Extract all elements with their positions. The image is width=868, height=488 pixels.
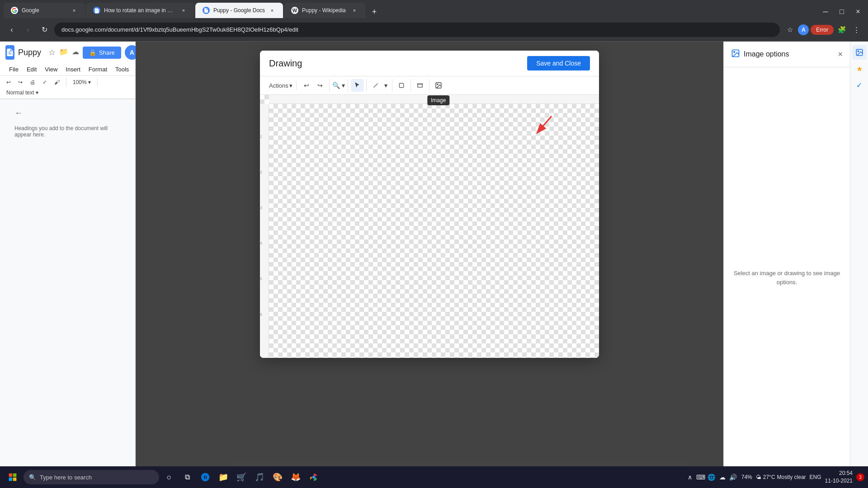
menu-tools[interactable]: Tools: [112, 64, 132, 75]
tab-rotate-close[interactable]: ×: [180, 7, 187, 14]
image-tool-button[interactable]: Image: [432, 79, 445, 92]
panel-close-button[interactable]: ×: [838, 50, 843, 59]
tray-chevron[interactable]: ∧: [685, 473, 694, 482]
address-input[interactable]: [54, 23, 780, 37]
language-indicator[interactable]: ENG: [810, 474, 821, 480]
menu-file[interactable]: File: [5, 64, 22, 75]
actions-dropdown[interactable]: Actions ▾: [265, 80, 297, 91]
settings-icon[interactable]: ⋮: [850, 23, 863, 36]
tab-rotate[interactable]: 📄 How to rotate an image in Goog... ×: [86, 3, 194, 18]
move-doc-icon[interactable]: 📁: [59, 47, 68, 57]
side-icon-image[interactable]: [852, 45, 867, 60]
star-doc-icon[interactable]: ☆: [48, 47, 56, 57]
sidebar-body: ← Headings you add to the document will …: [0, 99, 135, 488]
task-view-icon[interactable]: ⧉: [179, 469, 195, 485]
redo-button[interactable]: ↪: [15, 78, 25, 86]
save-close-button[interactable]: Save and Close: [527, 56, 590, 70]
tab-google-title: Google: [22, 7, 67, 14]
svg-point-15: [312, 476, 316, 479]
svg-rect-11: [9, 474, 13, 477]
ruler-left: 1 2 3 4 5 6: [260, 104, 269, 358]
draw-redo-button[interactable]: ↪: [314, 79, 326, 92]
svg-rect-1: [399, 83, 403, 87]
line-dropdown-button[interactable]: ▾: [383, 79, 389, 92]
image-options-panel: Image options × Select an image or drawi…: [723, 42, 850, 488]
drawing-modal: Drawing Save and Close Actions ▾ ↩: [260, 51, 599, 358]
side-icon-star[interactable]: ★: [852, 61, 867, 76]
zoom-select[interactable]: 100% ▾: [70, 78, 94, 86]
taskbar-right: ∧ ⌨ 🌐 ☁ 🔊 74% 🌤 27°C Mostly clear ENG 20…: [685, 469, 864, 485]
image-tooltip: Image: [427, 95, 449, 105]
weather-icon: 🌤: [756, 474, 761, 480]
panel-body: Select an image or drawing to see image …: [724, 67, 850, 488]
line-tool-button[interactable]: [369, 79, 382, 92]
error-button[interactable]: Error: [811, 25, 834, 35]
paint-format-button[interactable]: 🖌: [52, 78, 62, 86]
formatting-bar: ↩ ↪ 🖨 ✓ 🖌 100% ▾ Normal text ▾: [0, 76, 135, 99]
textbox-tool-button[interactable]: [414, 79, 426, 92]
keyboard-icon[interactable]: ⌨: [696, 473, 705, 482]
docs-menu-bar: File Edit View Insert Format Tools Ac: [0, 63, 135, 76]
undo-button[interactable]: ↩: [4, 78, 14, 86]
search-bar[interactable]: 🔍 Type here to search: [24, 470, 159, 484]
notification-badge[interactable]: 3: [856, 473, 864, 481]
menu-format[interactable]: Format: [85, 64, 111, 75]
menu-insert[interactable]: Insert: [62, 64, 84, 75]
zoom-button[interactable]: 🔍 ▾: [332, 79, 345, 92]
tab-rotate-favicon: 📄: [93, 7, 100, 14]
share-button[interactable]: 🔒 Share: [83, 47, 121, 59]
tab-wiki-close[interactable]: ×: [351, 7, 358, 14]
right-panels: Image options × Select an image or drawi…: [723, 42, 868, 488]
svg-point-8: [734, 52, 735, 53]
menu-view[interactable]: View: [41, 64, 61, 75]
draw-undo-button[interactable]: ↩: [300, 79, 313, 92]
menu-edit[interactable]: Edit: [23, 64, 40, 75]
bookmark-icon[interactable]: ☆: [783, 23, 796, 36]
select-tool-button[interactable]: [351, 79, 363, 92]
cloud-sync-icon[interactable]: ☁: [718, 473, 727, 482]
forward-button[interactable]: ›: [22, 23, 34, 36]
back-arrow[interactable]: ←: [7, 105, 128, 122]
clock[interactable]: 20:54 11-10-2021: [825, 469, 853, 485]
explorer-icon[interactable]: 📁: [215, 469, 231, 485]
svg-rect-12: [13, 474, 17, 477]
panel-header: Image options ×: [724, 42, 850, 67]
edge-icon[interactable]: [197, 469, 213, 485]
cloud-icon[interactable]: ☁: [72, 47, 79, 57]
svg-point-10: [858, 51, 859, 52]
weather-widget[interactable]: 🌤 27°C Mostly clear: [756, 474, 806, 480]
minimize-button[interactable]: ─: [819, 5, 832, 18]
side-icon-check[interactable]: ✓: [852, 78, 867, 92]
user-profile-icon[interactable]: A: [798, 24, 809, 35]
style-select[interactable]: Normal text ▾: [4, 89, 41, 97]
drawing-toolbar: Actions ▾ ↩ ↪ 🔍 ▾: [260, 76, 599, 95]
reload-button[interactable]: ↻: [38, 23, 51, 36]
music-icon[interactable]: 🎵: [251, 469, 268, 485]
tab-wiki[interactable]: W Puppy - Wikipedia ×: [284, 3, 365, 18]
taskbar: 🔍 Type here to search ○ ⧉ 📁 🛒 🎵 🎨 🦊 ∧ ⌨ …: [0, 466, 868, 488]
store-icon[interactable]: 🛒: [233, 469, 250, 485]
volume-icon[interactable]: 🔊: [729, 473, 738, 482]
network-icon[interactable]: 🌐: [707, 473, 716, 482]
tab-docs-close[interactable]: ×: [269, 7, 276, 14]
chrome-taskbar-icon[interactable]: [306, 469, 322, 485]
close-button[interactable]: ×: [852, 5, 864, 18]
line-group: ▾: [369, 79, 392, 92]
new-tab-button[interactable]: +: [368, 5, 381, 18]
paint-icon[interactable]: 🎨: [269, 469, 286, 485]
back-button[interactable]: ‹: [5, 23, 18, 36]
maximize-button[interactable]: □: [835, 5, 848, 18]
extensions-icon[interactable]: 🧩: [835, 23, 848, 36]
tab-google-close[interactable]: ×: [71, 7, 78, 14]
start-button[interactable]: [4, 468, 22, 486]
spellcheck-button[interactable]: ✓: [40, 78, 50, 86]
tab-docs[interactable]: Puppy - Google Docs ×: [195, 3, 283, 18]
clock-date: 11-10-2021: [825, 477, 853, 485]
print-button[interactable]: 🖨: [27, 78, 38, 86]
tab-wiki-title: Puppy - Wikipedia: [302, 7, 347, 14]
shape-tool-button[interactable]: [395, 79, 408, 92]
firefox-icon[interactable]: 🦊: [288, 469, 304, 485]
modal-title: Drawing: [269, 58, 302, 69]
cortana-icon[interactable]: ○: [161, 469, 177, 485]
tab-google[interactable]: Google ×: [4, 3, 85, 18]
